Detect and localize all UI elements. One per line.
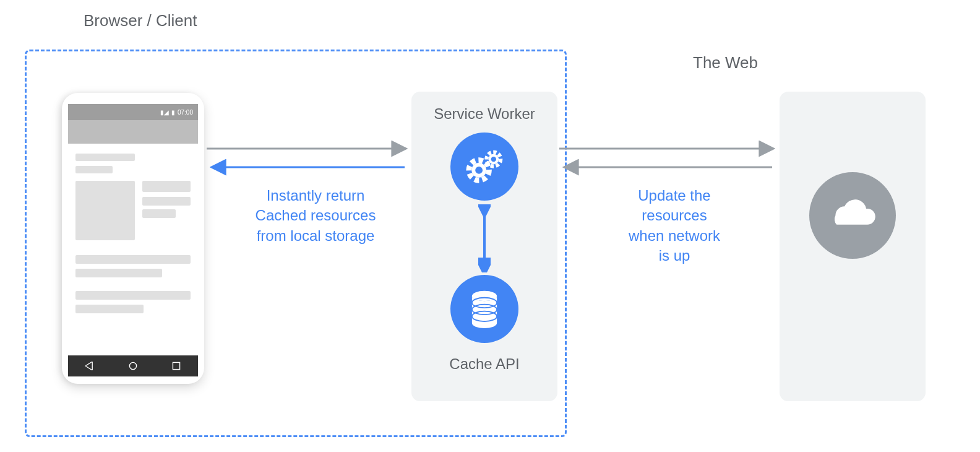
label-the-web: The Web: [693, 53, 758, 72]
svg-point-8: [491, 157, 496, 162]
web-panel: [780, 92, 926, 401]
gears-icon: [450, 133, 518, 201]
phone-device: ▮◢ ▮ 07:00: [62, 93, 204, 384]
svg-point-0: [129, 362, 136, 369]
phone-clock: 07:00: [178, 109, 193, 116]
battery-icon: ▮: [171, 109, 175, 116]
label-service-worker: Service Worker: [411, 105, 557, 123]
cloud-icon: [809, 172, 896, 259]
svg-rect-1: [173, 362, 179, 369]
label-cache-api: Cache API: [411, 355, 557, 373]
phone-status-bar: ▮◢ ▮ 07:00: [68, 104, 198, 120]
caption-network-update: Update the resources when network is up: [619, 186, 730, 266]
phone-nav-bar: [68, 355, 198, 376]
nav-recent-icon: [172, 362, 181, 370]
database-icon: [450, 275, 518, 343]
caption-cache-return: Instantly return Cached resources from l…: [235, 186, 396, 246]
svg-point-5: [475, 167, 483, 174]
nav-home-icon: [129, 362, 137, 370]
service-worker-panel: Service Worker: [411, 92, 557, 401]
nav-back-icon: [85, 362, 94, 370]
arrows-client-sw: [207, 140, 411, 177]
phone-content: [75, 150, 191, 349]
arrow-sw-cache: [478, 204, 491, 272]
label-browser-client: Browser / Client: [84, 11, 197, 30]
phone-app-bar: [68, 120, 198, 144]
arrows-sw-web: [559, 140, 778, 177]
signal-icon: ▮◢: [160, 109, 169, 116]
